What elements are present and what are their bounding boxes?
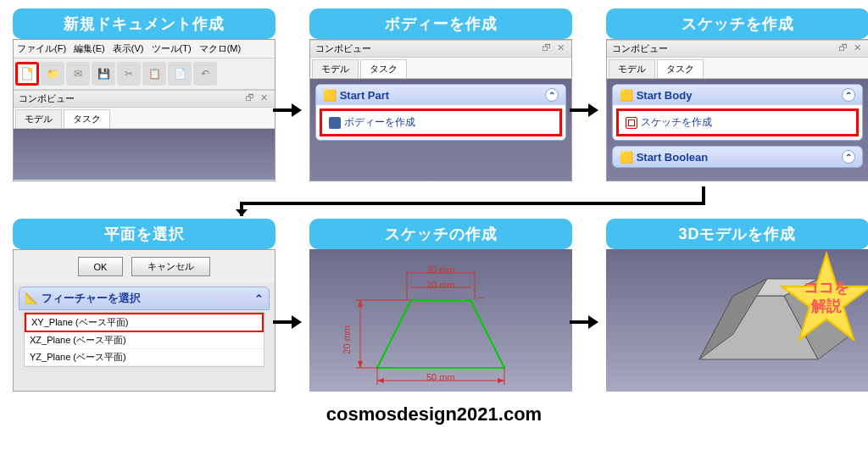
svg-marker-6 (498, 378, 504, 383)
arrow-4-5 (273, 314, 302, 331)
chevron-up-icon[interactable]: ⌃ (842, 88, 855, 102)
plane-list[interactable]: XY_Plane (ベース平面) XZ_Plane (ベース平面) YZ_Pla… (24, 312, 264, 367)
tab-model[interactable]: モデル (609, 59, 655, 78)
dim-50mm: 50 mm (426, 372, 455, 382)
create-sketch-label: スケッチを作成 (641, 115, 712, 130)
window-controls[interactable]: 🗗 ✕ (838, 42, 863, 55)
start-part-label: Start Part (340, 89, 390, 102)
menubar[interactable]: ファイル(F) 編集(E) 表示(V) ツール(T) マクロ(M) (14, 40, 275, 58)
feature-select-header[interactable]: 📐 フィーチャーを選択 ⌃ (19, 286, 270, 310)
dim-20mm-top: 20 mm (426, 280, 455, 290)
mail-icon[interactable]: ✉ (66, 62, 90, 86)
ok-button[interactable]: OK (78, 257, 124, 276)
arrow-3-4 (229, 182, 721, 229)
create-body-item[interactable]: ボディーを作成 (320, 108, 562, 136)
step3-panel: コンボビュー 🗗 ✕ モデル タスク 🟨 Start Body ⌃ スケッチを作… (606, 39, 868, 181)
combo-tabs: モデル タスク (14, 108, 275, 129)
sketch-canvas[interactable]: 30 mm 20 mm – 20 mm 50 mm (309, 249, 572, 392)
menu-view[interactable]: 表示(V) (113, 43, 144, 53)
plane-xy[interactable]: XY_Plane (ベース平面) (25, 313, 264, 332)
combo-title: コンボビュー (612, 42, 668, 55)
step4-panel: OK キャンセル 📐 フィーチャーを選択 ⌃ XY_Plane (ベース平面) … (13, 249, 275, 392)
feature-select-area: 📐 フィーチャーを選択 ⌃ XY_Plane (ベース平面) XZ_Plane … (14, 283, 275, 372)
start-boolean-header[interactable]: 🟨 Start Boolean ⌃ (613, 147, 862, 167)
step-new-document: 新規ドキュメント作成 ファイル(F) 編集(E) 表示(V) ツール(T) マク… (13, 8, 275, 186)
combo-title-bar: コンボビュー 🗗 ✕ (310, 40, 571, 58)
combo-title: コンボビュー (315, 42, 371, 55)
combo-tabs: モデル タスク (310, 58, 571, 79)
start-boolean-label: Start Boolean (637, 151, 709, 164)
start-body-label: Start Body (637, 89, 693, 102)
tab-task[interactable]: タスク (657, 59, 704, 78)
window-controls[interactable]: 🗗 ✕ (542, 42, 566, 55)
dim-30mm: 30 mm (426, 264, 455, 275)
tab-task[interactable]: タスク (64, 109, 110, 128)
tab-model[interactable]: モデル (312, 59, 359, 78)
start-part-header[interactable]: 🟨 Start Part ⌃ (316, 85, 565, 105)
step2-panel: コンボビュー 🗗 ✕ モデル タスク 🟨 Start Part ⌃ ボディーを作… (309, 39, 572, 181)
menu-edit[interactable]: 編集(E) (74, 43, 105, 53)
step-select-plane: 平面を選択 OK キャンセル 📐 フィーチャーを選択 ⌃ XY_Plane (ベ… (13, 219, 275, 397)
step-create-sketch: スケッチを作成 コンボビュー 🗗 ✕ モデル タスク 🟨 Start Body … (606, 8, 868, 186)
footer-credit: cosmosdesign2021.com (0, 403, 868, 425)
cancel-button[interactable]: キャンセル (131, 257, 210, 276)
menu-file[interactable]: ファイル(F) (17, 43, 66, 53)
window-controls[interactable]: 🗗 ✕ (245, 92, 270, 105)
menu-tools[interactable]: ツール(T) (152, 43, 192, 53)
start-boolean-box: 🟨 Start Boolean ⌃ (612, 146, 863, 168)
step1-title: 新規ドキュメント作成 (13, 8, 275, 39)
create-body-label: ボディーを作成 (344, 115, 415, 130)
feature-select-label: フィーチャーを選択 (42, 292, 141, 304)
copy-icon[interactable]: 📋 (142, 62, 166, 86)
open-icon[interactable]: 📁 (41, 62, 64, 86)
star-line1: ココを (804, 279, 849, 296)
dialog-buttons: OK キャンセル (14, 250, 275, 283)
plane-xz[interactable]: XZ_Plane (ベース平面) (25, 332, 264, 349)
arrow-1-2 (273, 102, 302, 119)
dim-20mm-left: 20 mm (342, 325, 352, 354)
svg-marker-5 (377, 378, 384, 383)
sketch-icon (626, 117, 637, 129)
start-body-header[interactable]: 🟨 Start Body ⌃ (613, 85, 862, 105)
chevron-up-icon[interactable]: ⌃ (842, 150, 855, 164)
cube-icon: 🟨 (620, 89, 633, 102)
step-3d-model: 3Dモデルを作成 ココを 解説 (606, 219, 868, 397)
new-doc-icon[interactable] (15, 62, 39, 86)
start-part-box: 🟨 Start Part ⌃ ボディーを作成 (315, 84, 566, 141)
arrow-2-3 (570, 102, 598, 119)
cube-icon: 🟨 (323, 89, 337, 102)
combo-tabs: モデル タスク (607, 58, 868, 79)
paste-icon[interactable]: 📄 (168, 62, 192, 86)
svg-point-0 (28, 68, 32, 72)
task-area: 🟨 Start Body ⌃ スケッチを作成 🟨 Start Boolean ⌃ (607, 79, 868, 181)
chevron-up-icon[interactable]: ⌃ (545, 88, 559, 102)
svg-marker-21 (236, 209, 248, 216)
task-area: 🟨 Start Part ⌃ ボディーを作成 (310, 79, 571, 181)
empty-task-area (14, 129, 275, 180)
svg-marker-15 (358, 361, 363, 368)
tab-task[interactable]: タスク (360, 59, 407, 78)
combo-title-bar: コンボビュー 🗗 ✕ (607, 40, 868, 58)
undo-icon[interactable]: ↶ (193, 62, 217, 86)
save-icon[interactable]: 💾 (92, 62, 115, 86)
tab-model[interactable]: モデル (15, 109, 62, 128)
step-create-body: ボディーを作成 コンボビュー 🗗 ✕ モデル タスク 🟨 Start Part … (309, 8, 572, 186)
combo-title-bar: コンボビュー 🗗 ✕ (14, 90, 275, 108)
svg-marker-1 (377, 300, 504, 368)
create-sketch-item[interactable]: スケッチを作成 (616, 108, 859, 136)
step2-title: ボディーを作成 (309, 8, 572, 39)
star-line2: 解説 (811, 298, 842, 314)
toolbar: 📁 ✉ 💾 ✂ 📋 📄 ↶ (14, 58, 275, 90)
step3-title: スケッチを作成 (606, 8, 868, 39)
chevron-up-icon[interactable]: ⌃ (254, 292, 264, 305)
step1-panel: ファイル(F) 編集(E) 表示(V) ツール(T) マクロ(M) 📁 ✉ 💾 … (13, 39, 275, 181)
plane-yz[interactable]: YZ_Plane (ベース平面) (25, 349, 264, 366)
combo-title: コンボビュー (19, 92, 75, 105)
cube-icon: 🟨 (620, 151, 633, 164)
callout-star: ココを 解説 (780, 251, 868, 344)
svg-marker-14 (358, 300, 363, 307)
arrow-5-6 (570, 314, 598, 331)
dim-dash: – (479, 292, 484, 302)
cut-icon[interactable]: ✂ (117, 62, 141, 86)
menu-macro[interactable]: マクロ(M) (199, 43, 242, 53)
